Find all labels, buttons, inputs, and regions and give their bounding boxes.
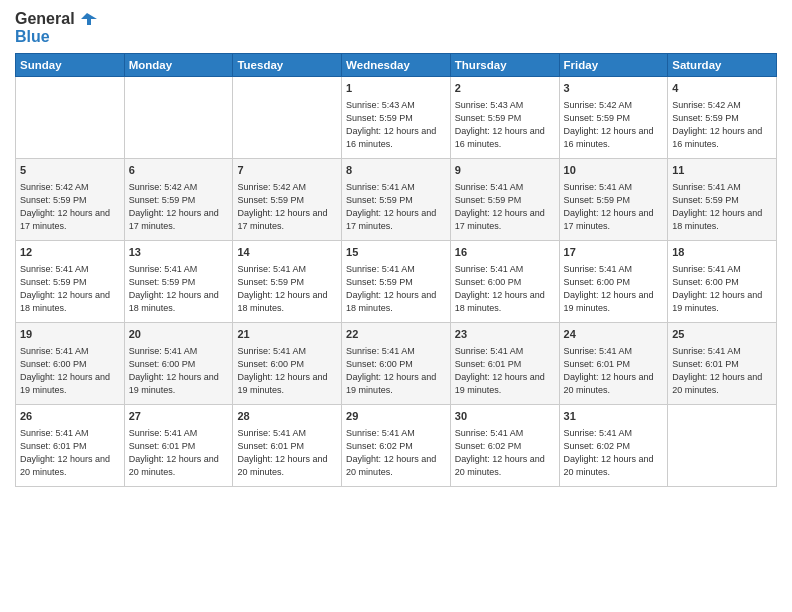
- calendar-cell: 6Sunrise: 5:42 AM Sunset: 5:59 PM Daylig…: [124, 159, 233, 241]
- day-number: 17: [564, 245, 664, 260]
- calendar-week-row: 12Sunrise: 5:41 AM Sunset: 5:59 PM Dayli…: [16, 241, 777, 323]
- day-number: 26: [20, 409, 120, 424]
- day-info: Sunrise: 5:41 AM Sunset: 6:01 PM Dayligh…: [20, 427, 120, 479]
- day-number: 3: [564, 81, 664, 96]
- logo: General Blue: [15, 10, 97, 45]
- day-number: 18: [672, 245, 772, 260]
- calendar-cell: 2Sunrise: 5:43 AM Sunset: 5:59 PM Daylig…: [450, 77, 559, 159]
- calendar-page: General Blue SundayMondayTuesdayWednesda…: [0, 0, 792, 612]
- logo-blue: Blue: [15, 28, 97, 46]
- day-number: 30: [455, 409, 555, 424]
- day-number: 13: [129, 245, 229, 260]
- calendar-header-row: SundayMondayTuesdayWednesdayThursdayFrid…: [16, 54, 777, 77]
- day-info: Sunrise: 5:41 AM Sunset: 6:01 PM Dayligh…: [672, 345, 772, 397]
- logo-general: General: [15, 10, 75, 28]
- col-header-tuesday: Tuesday: [233, 54, 342, 77]
- calendar-cell: 25Sunrise: 5:41 AM Sunset: 6:01 PM Dayli…: [668, 323, 777, 405]
- calendar-cell: 15Sunrise: 5:41 AM Sunset: 5:59 PM Dayli…: [342, 241, 451, 323]
- day-number: 20: [129, 327, 229, 342]
- day-info: Sunrise: 5:41 AM Sunset: 5:59 PM Dayligh…: [672, 181, 772, 233]
- col-header-wednesday: Wednesday: [342, 54, 451, 77]
- day-info: Sunrise: 5:42 AM Sunset: 5:59 PM Dayligh…: [672, 99, 772, 151]
- logo-bird-icon: [77, 11, 97, 27]
- calendar-cell: 24Sunrise: 5:41 AM Sunset: 6:01 PM Dayli…: [559, 323, 668, 405]
- day-number: 27: [129, 409, 229, 424]
- col-header-monday: Monday: [124, 54, 233, 77]
- calendar-cell: 5Sunrise: 5:42 AM Sunset: 5:59 PM Daylig…: [16, 159, 125, 241]
- calendar-cell: 10Sunrise: 5:41 AM Sunset: 5:59 PM Dayli…: [559, 159, 668, 241]
- calendar-cell: 16Sunrise: 5:41 AM Sunset: 6:00 PM Dayli…: [450, 241, 559, 323]
- day-info: Sunrise: 5:42 AM Sunset: 5:59 PM Dayligh…: [129, 181, 229, 233]
- day-number: 15: [346, 245, 446, 260]
- calendar-cell: 28Sunrise: 5:41 AM Sunset: 6:01 PM Dayli…: [233, 405, 342, 487]
- calendar-cell: 7Sunrise: 5:42 AM Sunset: 5:59 PM Daylig…: [233, 159, 342, 241]
- svg-marker-0: [81, 13, 97, 25]
- day-number: 31: [564, 409, 664, 424]
- day-info: Sunrise: 5:42 AM Sunset: 5:59 PM Dayligh…: [237, 181, 337, 233]
- calendar-cell: 21Sunrise: 5:41 AM Sunset: 6:00 PM Dayli…: [233, 323, 342, 405]
- day-info: Sunrise: 5:41 AM Sunset: 6:02 PM Dayligh…: [564, 427, 664, 479]
- day-number: 9: [455, 163, 555, 178]
- calendar-cell: [16, 77, 125, 159]
- calendar-cell: 26Sunrise: 5:41 AM Sunset: 6:01 PM Dayli…: [16, 405, 125, 487]
- calendar-cell: 9Sunrise: 5:41 AM Sunset: 5:59 PM Daylig…: [450, 159, 559, 241]
- day-number: 12: [20, 245, 120, 260]
- day-number: 11: [672, 163, 772, 178]
- day-info: Sunrise: 5:41 AM Sunset: 6:00 PM Dayligh…: [237, 345, 337, 397]
- calendar-cell: [124, 77, 233, 159]
- day-info: Sunrise: 5:41 AM Sunset: 6:00 PM Dayligh…: [129, 345, 229, 397]
- col-header-friday: Friday: [559, 54, 668, 77]
- header: General Blue: [15, 10, 777, 45]
- calendar-cell: 3Sunrise: 5:42 AM Sunset: 5:59 PM Daylig…: [559, 77, 668, 159]
- day-number: 5: [20, 163, 120, 178]
- calendar-week-row: 1Sunrise: 5:43 AM Sunset: 5:59 PM Daylig…: [16, 77, 777, 159]
- day-number: 19: [20, 327, 120, 342]
- calendar-cell: 22Sunrise: 5:41 AM Sunset: 6:00 PM Dayli…: [342, 323, 451, 405]
- day-number: 21: [237, 327, 337, 342]
- day-number: 4: [672, 81, 772, 96]
- calendar-cell: 19Sunrise: 5:41 AM Sunset: 6:00 PM Dayli…: [16, 323, 125, 405]
- day-info: Sunrise: 5:41 AM Sunset: 5:59 PM Dayligh…: [455, 181, 555, 233]
- calendar-cell: 31Sunrise: 5:41 AM Sunset: 6:02 PM Dayli…: [559, 405, 668, 487]
- day-number: 22: [346, 327, 446, 342]
- day-info: Sunrise: 5:41 AM Sunset: 6:01 PM Dayligh…: [129, 427, 229, 479]
- day-info: Sunrise: 5:41 AM Sunset: 5:59 PM Dayligh…: [564, 181, 664, 233]
- day-number: 16: [455, 245, 555, 260]
- calendar-body: 1Sunrise: 5:43 AM Sunset: 5:59 PM Daylig…: [16, 77, 777, 487]
- calendar-cell: 30Sunrise: 5:41 AM Sunset: 6:02 PM Dayli…: [450, 405, 559, 487]
- day-info: Sunrise: 5:41 AM Sunset: 6:00 PM Dayligh…: [564, 263, 664, 315]
- day-info: Sunrise: 5:42 AM Sunset: 5:59 PM Dayligh…: [564, 99, 664, 151]
- calendar-week-row: 26Sunrise: 5:41 AM Sunset: 6:01 PM Dayli…: [16, 405, 777, 487]
- calendar-cell: 8Sunrise: 5:41 AM Sunset: 5:59 PM Daylig…: [342, 159, 451, 241]
- day-number: 29: [346, 409, 446, 424]
- calendar-cell: 12Sunrise: 5:41 AM Sunset: 5:59 PM Dayli…: [16, 241, 125, 323]
- day-info: Sunrise: 5:41 AM Sunset: 6:02 PM Dayligh…: [455, 427, 555, 479]
- col-header-saturday: Saturday: [668, 54, 777, 77]
- day-info: Sunrise: 5:41 AM Sunset: 6:00 PM Dayligh…: [455, 263, 555, 315]
- calendar-week-row: 5Sunrise: 5:42 AM Sunset: 5:59 PM Daylig…: [16, 159, 777, 241]
- day-number: 14: [237, 245, 337, 260]
- day-info: Sunrise: 5:41 AM Sunset: 6:01 PM Dayligh…: [237, 427, 337, 479]
- calendar-cell: 13Sunrise: 5:41 AM Sunset: 5:59 PM Dayli…: [124, 241, 233, 323]
- day-info: Sunrise: 5:43 AM Sunset: 5:59 PM Dayligh…: [455, 99, 555, 151]
- day-info: Sunrise: 5:41 AM Sunset: 5:59 PM Dayligh…: [20, 263, 120, 315]
- calendar-cell: 29Sunrise: 5:41 AM Sunset: 6:02 PM Dayli…: [342, 405, 451, 487]
- day-info: Sunrise: 5:41 AM Sunset: 6:00 PM Dayligh…: [672, 263, 772, 315]
- day-info: Sunrise: 5:41 AM Sunset: 6:02 PM Dayligh…: [346, 427, 446, 479]
- day-number: 1: [346, 81, 446, 96]
- calendar-cell: 11Sunrise: 5:41 AM Sunset: 5:59 PM Dayli…: [668, 159, 777, 241]
- calendar-cell: 4Sunrise: 5:42 AM Sunset: 5:59 PM Daylig…: [668, 77, 777, 159]
- day-number: 23: [455, 327, 555, 342]
- calendar-cell: [668, 405, 777, 487]
- day-info: Sunrise: 5:41 AM Sunset: 5:59 PM Dayligh…: [237, 263, 337, 315]
- day-number: 6: [129, 163, 229, 178]
- day-number: 8: [346, 163, 446, 178]
- day-info: Sunrise: 5:41 AM Sunset: 5:59 PM Dayligh…: [129, 263, 229, 315]
- day-info: Sunrise: 5:41 AM Sunset: 5:59 PM Dayligh…: [346, 181, 446, 233]
- day-number: 25: [672, 327, 772, 342]
- calendar-cell: 23Sunrise: 5:41 AM Sunset: 6:01 PM Dayli…: [450, 323, 559, 405]
- col-header-thursday: Thursday: [450, 54, 559, 77]
- day-info: Sunrise: 5:42 AM Sunset: 5:59 PM Dayligh…: [20, 181, 120, 233]
- day-info: Sunrise: 5:41 AM Sunset: 6:00 PM Dayligh…: [20, 345, 120, 397]
- day-info: Sunrise: 5:41 AM Sunset: 6:01 PM Dayligh…: [455, 345, 555, 397]
